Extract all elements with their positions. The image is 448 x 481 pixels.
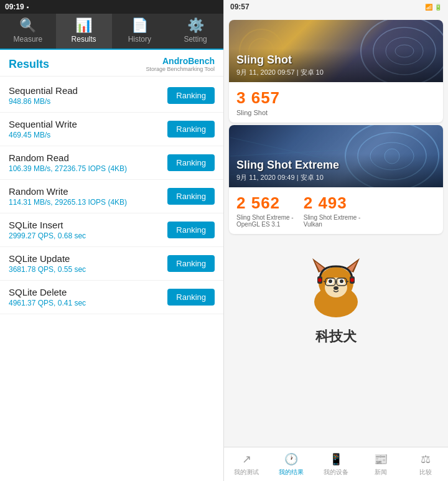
result-sqlite-delete: SQLite Delete 4961.37 QPS, 0.41 sec Rank… xyxy=(0,281,223,314)
sling-shot-extreme-card[interactable]: Sling Shot Extreme 9月 11, 2020 09:49 | 安… xyxy=(229,125,443,234)
result-value: 4961.37 QPS, 0.41 sec xyxy=(9,299,167,307)
svg-point-33 xyxy=(350,278,354,282)
my-test-label: 我的测试 xyxy=(234,468,259,477)
result-info: Sequential Read 948.86 MB/s xyxy=(9,85,167,106)
ranking-btn-rand-read[interactable]: Ranking xyxy=(167,154,215,171)
result-sequential-write: Sequential Write 469.45 MB/s Ranking xyxy=(0,113,223,146)
my-device-label: 我的设备 xyxy=(324,468,348,477)
corgi-svg xyxy=(299,249,373,324)
sling-shot-extreme-date: 9月 11, 2020 09:49 | 安卓 10 xyxy=(236,173,436,182)
cards-container: Sling Shot 9月 11, 2020 09:57 | 安卓 10 3 6… xyxy=(224,14,448,447)
result-random-write: Random Write 114.31 MB/s, 29265.13 IOPS … xyxy=(0,180,223,213)
nav-results[interactable]: 📊 Results xyxy=(56,14,112,49)
card-image-sling: Sling Shot 9月 11, 2020 09:57 | 安卓 10 xyxy=(229,20,443,82)
score-block-sling: 3 657 Sling Shot xyxy=(236,88,280,116)
score-block-opengl: 2 562 Sling Shot Extreme - OpenGL ES 3.1 xyxy=(236,194,294,228)
result-value: 948.86 MB/s xyxy=(9,97,167,106)
nav-bar: 🔍 Measure 📊 Results 📄 History ⚙️ Setting xyxy=(0,14,223,50)
my-results-label: 我的结果 xyxy=(279,468,304,477)
sling-shot-title: Sling Shot xyxy=(236,54,436,67)
result-sqlite-update: SQLite Update 3681.78 QPS, 0.55 sec Rank… xyxy=(0,247,223,281)
result-name: SQLite Delete xyxy=(9,287,167,297)
result-name: Random Write xyxy=(9,186,167,197)
my-results-icon: 🕐 xyxy=(284,452,298,466)
ranking-btn-sqlite-update[interactable]: Ranking xyxy=(167,255,215,272)
svg-point-29 xyxy=(334,286,338,290)
corgi-image xyxy=(299,249,373,324)
svg-point-32 xyxy=(318,278,322,282)
bottom-nav-my-device[interactable]: 📱 我的设备 xyxy=(314,447,358,481)
bottom-nav-news[interactable]: 📰 新闻 xyxy=(358,447,403,481)
status-time-right: 09:57 xyxy=(230,2,250,11)
result-info: Random Read 106.39 MB/s, 27236.75 IOPS (… xyxy=(9,152,167,173)
nav-measure-label: Measure xyxy=(14,35,43,44)
score-label-sling: Sling Shot xyxy=(236,109,268,116)
result-info: Sequential Write 469.45 MB/s xyxy=(9,119,167,139)
status-bar-right: 09:57 📶 🔋 xyxy=(224,0,448,14)
logo-sub: Storage Benchmarking Tool xyxy=(146,66,215,72)
ranking-btn-sqlite-insert[interactable]: Ranking xyxy=(167,222,215,238)
compare-icon: ⚖ xyxy=(421,452,431,466)
sling-shot-card[interactable]: Sling Shot 9月 11, 2020 09:57 | 安卓 10 3 6… xyxy=(229,20,443,123)
ranking-btn-sqlite-delete[interactable]: Ranking xyxy=(167,289,215,306)
logo-brand: AndroBench xyxy=(162,56,215,66)
news-label: 新闻 xyxy=(375,468,387,477)
result-value: 106.39 MB/s, 27236.75 IOPS (4KB) xyxy=(9,164,167,173)
result-random-read: Random Read 106.39 MB/s, 27236.75 IOPS (… xyxy=(0,146,223,180)
battery-icon-right: 🔋 xyxy=(434,4,442,11)
result-info: SQLite Delete 4961.37 QPS, 0.41 sec xyxy=(9,287,167,307)
score-label-vulkan: Sling Shot Extreme - Vulkan xyxy=(304,214,361,228)
bottom-nav-my-test[interactable]: ↗ 我的测试 xyxy=(224,447,269,481)
result-name: SQLite Update xyxy=(9,253,167,264)
sling-shot-extreme-title: Sling Shot Extreme xyxy=(236,159,436,172)
svg-line-28 xyxy=(347,281,348,282)
card-image-extreme: Sling Shot Extreme 9月 11, 2020 09:49 | 安… xyxy=(229,125,443,187)
nav-history[interactable]: 📄 History xyxy=(112,14,168,49)
nav-history-label: History xyxy=(128,35,151,44)
setting-icon: ⚙️ xyxy=(187,19,204,32)
result-value: 469.45 MB/s xyxy=(9,131,167,139)
status-time: 09:19 xyxy=(5,2,24,11)
right-panel: 09:57 📶 🔋 xyxy=(224,0,448,481)
score-value-vulkan: 2 493 xyxy=(304,194,347,213)
svg-line-27 xyxy=(324,281,325,282)
androbench-logo: AndroBench Storage Benchmarking Tool xyxy=(146,56,215,72)
result-info: Random Write 114.31 MB/s, 29265.13 IOPS … xyxy=(9,186,167,207)
result-name: Sequential Write xyxy=(9,119,167,129)
my-device-icon: 📱 xyxy=(329,452,343,466)
logo-bench: Bench xyxy=(188,56,215,66)
bottom-nav-right: ↗ 我的测试 🕐 我的结果 📱 我的设备 📰 新闻 ⚖ 比较 xyxy=(224,447,448,481)
result-name: Sequential Read xyxy=(9,85,167,96)
result-info: SQLite Update 3681.78 QPS, 0.55 sec xyxy=(9,253,167,274)
compare-label: 比较 xyxy=(419,468,432,477)
history-icon: 📄 xyxy=(131,19,148,32)
result-value: 3681.78 QPS, 0.55 sec xyxy=(9,265,167,274)
result-value: 114.31 MB/s, 29265.13 IOPS (4KB) xyxy=(9,198,167,207)
results-title: Results xyxy=(9,58,49,71)
card-title-overlay-extreme: Sling Shot Extreme 9月 11, 2020 09:49 | 安… xyxy=(229,154,443,187)
result-name: SQLite Insert xyxy=(9,220,167,230)
svg-point-23 xyxy=(340,279,343,283)
card-scores-sling: 3 657 Sling Shot xyxy=(229,82,443,123)
sling-shot-date: 9月 11, 2020 09:57 | 安卓 10 xyxy=(236,68,436,77)
bottom-nav-my-results[interactable]: 🕐 我的结果 xyxy=(269,447,314,481)
result-sqlite-insert: SQLite Insert 2999.27 QPS, 0.68 sec Rank… xyxy=(0,213,223,247)
bottom-nav-compare[interactable]: ⚖ 比较 xyxy=(403,447,448,481)
svg-point-22 xyxy=(329,279,332,283)
nav-setting[interactable]: ⚙️ Setting xyxy=(167,14,223,49)
nav-measure[interactable]: 🔍 Measure xyxy=(0,14,56,49)
ranking-btn-seq-write[interactable]: Ranking xyxy=(167,121,215,138)
score-label-opengl: Sling Shot Extreme - OpenGL ES 3.1 xyxy=(236,214,294,228)
status-bar-left: 09:19 ▪ xyxy=(0,0,223,14)
card-scores-extreme: 2 562 Sling Shot Extreme - OpenGL ES 3.1… xyxy=(229,187,443,234)
score-value-sling: 3 657 xyxy=(236,88,280,108)
result-info: SQLite Insert 2999.27 QPS, 0.68 sec xyxy=(9,220,167,240)
results-header: Results AndroBench Storage Benchmarking … xyxy=(0,50,223,77)
nav-results-label: Results xyxy=(72,35,96,44)
ranking-btn-seq-read[interactable]: Ranking xyxy=(167,87,215,104)
status-icons-right: 📶 🔋 xyxy=(425,4,442,11)
ranking-btn-rand-write[interactable]: Ranking xyxy=(167,188,215,205)
card-title-overlay-sling: Sling Shot 9月 11, 2020 09:57 | 安卓 10 xyxy=(229,49,443,82)
corgi-container: 科技犬 xyxy=(224,236,448,358)
battery-icon: ▪ xyxy=(27,4,29,11)
